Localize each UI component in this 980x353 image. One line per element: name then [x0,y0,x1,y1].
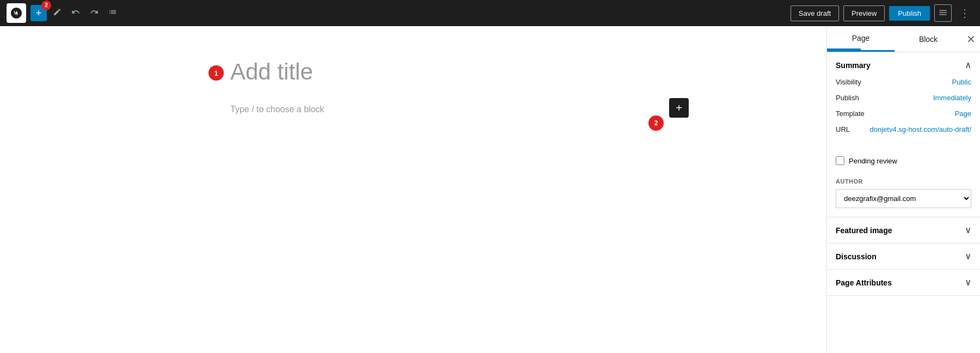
sidebar-tabs-row: Page Block ✕ [827,26,980,52]
publish-value[interactable]: Immediately [933,94,971,102]
summary-chevron-icon: ∧ [965,60,971,70]
publish-row: Publish Immediately [836,94,971,102]
add-block-toolbar-button[interactable]: + 2 [30,5,47,21]
step-1-badge: 1 [209,65,224,81]
undo-icon [71,8,80,19]
page-attributes-header[interactable]: Page Attributes ∨ [827,270,980,295]
author-label: AUTHOR [836,178,971,185]
page-attributes-label: Page Attributes [836,278,892,287]
undo-button[interactable] [68,5,84,21]
publish-button[interactable]: Publish [889,6,930,21]
summary-section-header[interactable]: Summary ∧ [827,52,980,78]
block-area[interactable]: Type / to choose a block + 2 [214,105,612,114]
discussion-chevron-icon: ∨ [965,251,971,261]
more-icon: ⋮ [959,7,970,20]
plus-icon: + [36,8,42,18]
visibility-row: Visibility Public [836,78,971,86]
more-options-button[interactable]: ⋮ [956,4,973,22]
url-label: URL [836,125,850,133]
template-row: Template Page [836,109,971,118]
author-section: AUTHOR deezgrafix@gmail.com [827,172,980,217]
settings-icon [938,8,948,19]
featured-image-header[interactable]: Featured image ∨ [827,217,980,243]
author-select[interactable]: deezgrafix@gmail.com [836,189,971,208]
redo-icon [90,8,99,19]
close-icon: ✕ [966,33,976,46]
list-icon [108,8,117,19]
block-placeholder: Type / to choose a block [230,105,612,114]
toolbar-left: + 2 [7,3,786,23]
add-block-plus-icon: + [676,102,682,114]
visibility-label: Visibility [836,78,861,86]
url-value[interactable]: donjetv4.sg-host.com/auto-draft/ [870,125,971,133]
sidebar-tabs: Page Block [827,26,962,52]
editor-inner: 1 Add title Type / to choose a block + 2 [201,26,626,353]
url-row: URL donjetv4.sg-host.com/auto-draft/ [836,125,971,133]
editor-area: 1 Add title Type / to choose a block + 2 [0,26,826,353]
tab-page[interactable]: Page [827,26,895,52]
visibility-value[interactable]: Public [952,78,971,86]
edit-icon [53,8,62,19]
pending-review-checkbox[interactable] [836,156,844,165]
title-input[interactable]: Add title [230,59,612,92]
preview-button[interactable]: Preview [843,5,885,21]
step-2-badge: 2 [648,115,664,131]
edit-button[interactable] [49,5,65,21]
summary-label: Summary [836,61,871,70]
featured-image-label: Featured image [836,226,892,235]
add-block-float-button[interactable]: + [669,98,689,118]
pending-review-row: Pending review [827,150,980,172]
page-attributes-section: Page Attributes ∨ [827,270,980,296]
template-label: Template [836,109,865,118]
list-view-button[interactable] [105,5,121,21]
sidebar: Page Block ✕ Summary ∧ Visibility Public [826,26,980,353]
discussion-label: Discussion [836,252,877,261]
redo-button[interactable] [86,5,102,21]
discussion-section: Discussion ∨ [827,244,980,270]
settings-button[interactable] [934,4,952,22]
main-layout: 1 Add title Type / to choose a block + 2 [0,26,980,353]
template-value[interactable]: Page [955,109,971,118]
wp-logo[interactable] [7,3,26,23]
publish-label: Publish [836,94,859,102]
page-attributes-chevron-icon: ∨ [965,277,971,288]
featured-image-section: Featured image ∨ [827,217,980,244]
toolbar-step-badge: 2 [41,1,51,10]
save-draft-button[interactable]: Save draft [791,5,839,21]
toolbar-right: Save draft Preview Publish ⋮ [791,4,973,22]
featured-image-chevron-icon: ∨ [965,225,971,235]
tab-block[interactable]: Block [895,26,962,52]
close-sidebar-button[interactable]: ✕ [962,28,980,50]
pending-review-label[interactable]: Pending review [849,157,897,165]
discussion-header[interactable]: Discussion ∨ [827,244,980,269]
title-area: 1 Add title [214,59,612,92]
summary-section-body: Visibility Public Publish Immediately Te… [827,78,980,150]
summary-section: Summary ∧ Visibility Public Publish Imme… [827,52,980,217]
main-toolbar: + 2 [0,0,980,26]
